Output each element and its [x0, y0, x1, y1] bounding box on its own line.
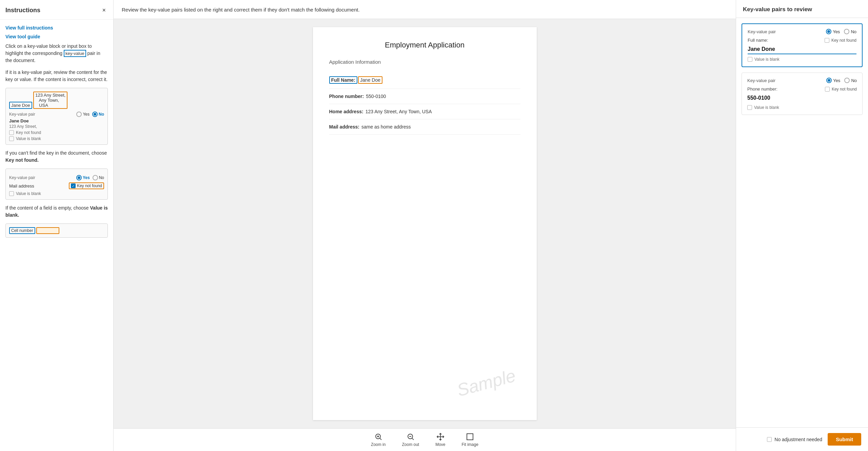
- close-button[interactable]: ×: [100, 6, 108, 15]
- kvp-card-2-blank-checkbox[interactable]: [747, 105, 752, 110]
- home-address-label: Home address:: [329, 109, 363, 114]
- kvp-card-2-blank-row: Value is blank: [747, 105, 857, 110]
- kvp-card-2-key-not-found: Key not found: [825, 87, 857, 92]
- kvp-card-2-key-not-found-checkbox[interactable]: [825, 87, 830, 92]
- fullname-value: Jane Doe: [358, 76, 382, 84]
- kvp-card-2-radio-group: Yes No: [826, 78, 857, 83]
- example1-blue-label: Jane Doe: [9, 102, 32, 109]
- zoom-in-button[interactable]: Zoom in: [371, 433, 386, 447]
- kvp-card-1-key-row: Full name: Key not found: [748, 38, 856, 43]
- zoom-out-button[interactable]: Zoom out: [402, 433, 419, 447]
- example1-value-blank-checkbox[interactable]: [9, 136, 14, 141]
- kvp-card-2-blank-label: Value is blank: [754, 105, 779, 110]
- kvp-card-1-no-radio[interactable]: No: [844, 29, 856, 34]
- kvp-card-2-key: Phone number:: [747, 86, 777, 92]
- example2-yes-radio[interactable]: Yes: [76, 175, 90, 180]
- watermark: Sample: [455, 365, 518, 400]
- home-address-value: 123 Any Street, Any Town, USA: [366, 109, 432, 114]
- phone-value: 550-0100: [366, 94, 386, 99]
- fit-image-icon: [466, 433, 474, 441]
- kvp-card-1-key-not-found-label: Key not found: [831, 38, 856, 43]
- instructions-body: View full instructions View tool guide C…: [0, 20, 113, 451]
- kvp-card-2-yes-label: Yes: [833, 78, 840, 83]
- mail-address-label: Mail address:: [329, 124, 359, 130]
- svg-rect-9: [467, 434, 473, 440]
- example-box-2: Key-value pair Yes No Mail address ✓ Key…: [5, 169, 108, 200]
- instructions-header: Instructions ×: [0, 0, 113, 20]
- move-label: Move: [435, 442, 445, 447]
- kvp-header: Key-value pairs to review: [736, 0, 868, 18]
- document-page: Employment Application Application Infor…: [313, 27, 537, 420]
- move-icon: [436, 433, 445, 441]
- example2-no-radio[interactable]: No: [93, 175, 104, 180]
- kvp-footer: No adjustment needed Submit: [736, 427, 868, 451]
- example2-kvp-label: Key-value pair: [9, 175, 35, 180]
- no-adjustment-label: No adjustment needed: [774, 437, 822, 442]
- example1-value-blank-label: Value is blank: [16, 136, 41, 141]
- kvp-card-1-blank-checkbox[interactable]: [748, 57, 752, 62]
- kvp-card-2[interactable]: Key-value pair Yes No Phone number:: [742, 73, 863, 115]
- document-field-phone[interactable]: Phone number: 550-0100: [329, 89, 520, 104]
- document-instruction-text: Review the key-value pairs listed on the…: [122, 6, 728, 14]
- example1-orange-label: 123 Any Street, Any Town, USA: [33, 92, 67, 109]
- document-field-fullname[interactable]: Full Name: Jane Doe: [329, 72, 520, 89]
- svg-line-1: [380, 438, 381, 440]
- document-field-home-address[interactable]: Home address: 123 Any Street, Any Town, …: [329, 104, 520, 119]
- instructions-para-1: Click on a key-value block or input box …: [5, 43, 108, 64]
- example2-key-label: Mail address: [9, 183, 34, 189]
- kvp-card-1-yes-label: Yes: [833, 29, 840, 34]
- view-tool-guide-link[interactable]: View tool guide: [5, 34, 108, 39]
- instructions-title: Instructions: [5, 7, 40, 14]
- no-adjustment-row: No adjustment needed: [767, 437, 822, 442]
- document-header: Review the key-value pairs listed on the…: [114, 0, 736, 19]
- kvp-panel: Key-value pairs to review Key-value pair…: [736, 0, 868, 451]
- kvp-card-1-label: Key-value pair: [748, 29, 776, 34]
- kvp-card-1-blank-row: Value is blank: [748, 57, 856, 62]
- example1-yes-radio[interactable]: Yes: [76, 112, 90, 117]
- phone-label: Phone number:: [329, 94, 364, 99]
- kvp-card-1-header-row: Key-value pair Yes No: [748, 29, 856, 34]
- kvp-card-1-key-not-found: Key not found: [825, 38, 856, 43]
- kvp-card-2-no-radio[interactable]: No: [844, 78, 857, 83]
- example1-value: Jane Doe: [9, 118, 104, 123]
- example1-sub: 123 Any Street,: [9, 124, 104, 129]
- view-full-instructions-link[interactable]: View full instructions: [5, 25, 108, 31]
- kvp-card-1-radio-group: Yes No: [826, 29, 856, 34]
- kvp-card-2-label: Key-value pair: [747, 78, 775, 83]
- fit-image-label: Fit image: [462, 442, 478, 447]
- zoom-out-label: Zoom out: [402, 442, 419, 447]
- document-body: Employment Application Application Infor…: [114, 19, 736, 429]
- example1-kvp-label: Key-value pair: [9, 112, 35, 117]
- fit-image-button[interactable]: Fit image: [462, 433, 478, 447]
- submit-button[interactable]: Submit: [828, 433, 861, 446]
- example3-cell-label: Cell number: [9, 227, 35, 234]
- example2-key-not-found-checked[interactable]: ✓ Key not found: [69, 182, 104, 189]
- example1-key-not-found-label: Key not found: [16, 130, 41, 135]
- example-box-3: Cell number: [5, 223, 108, 238]
- fullname-label: Full Name:: [329, 76, 358, 84]
- example1-key-not-found-checkbox[interactable]: [9, 130, 14, 135]
- example3-cell-value: [36, 227, 59, 234]
- kvp-card-1-key-not-found-checkbox[interactable]: [825, 38, 829, 43]
- document-title: Employment Application: [329, 41, 520, 50]
- kvp-card-2-yes-radio[interactable]: Yes: [826, 78, 840, 83]
- mail-address-value: same as home address: [361, 124, 411, 130]
- example2-value-blank-label: Value is blank: [16, 191, 41, 196]
- no-adjustment-checkbox[interactable]: [767, 437, 772, 442]
- example-box-1: Jane Doe 123 Any Street, Any Town, USA K…: [5, 88, 108, 145]
- zoom-out-icon: [407, 433, 415, 441]
- instructions-para-2: If it is a key-value pair, review the co…: [5, 69, 108, 83]
- move-button[interactable]: Move: [435, 433, 445, 447]
- example1-no-radio[interactable]: No: [92, 112, 104, 117]
- example2-value-blank-checkbox[interactable]: [9, 191, 14, 196]
- kvp-card-2-key-row: Phone number: Key not found: [747, 86, 857, 92]
- instructions-para-4: If the content of a field is empty, choo…: [5, 204, 108, 219]
- kvp-card-1-value-input[interactable]: [748, 45, 856, 54]
- kvp-card-1[interactable]: Key-value pair Yes No Full name: Key: [742, 23, 863, 67]
- document-section-title: Application Information: [329, 59, 520, 65]
- kvp-card-1-key: Full name:: [748, 38, 768, 43]
- svg-line-5: [412, 438, 413, 440]
- kvp-card-1-yes-radio[interactable]: Yes: [826, 29, 840, 34]
- kvp-body: Key-value pair Yes No Full name: Key: [736, 18, 868, 427]
- document-field-mail-address[interactable]: Mail address: same as home address: [329, 119, 520, 135]
